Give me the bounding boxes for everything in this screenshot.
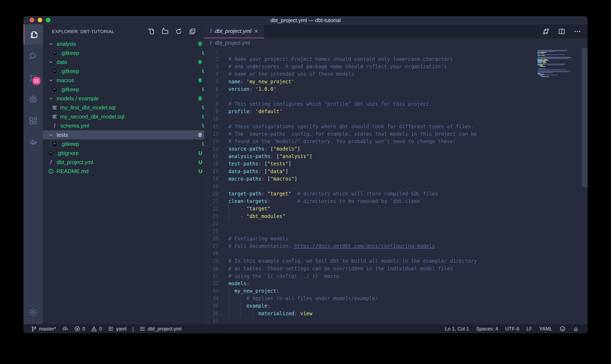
tree-file-readme-md[interactable]: README.mdU <box>43 167 208 176</box>
tab-label: dbt_project.yml <box>215 28 251 34</box>
tree-folder-macros[interactable]: macros <box>43 76 208 85</box>
code-line-10[interactable]: 10 <box>204 115 588 123</box>
code-line-15[interactable]: 15analysis-paths: ["analysis"] <box>204 153 588 160</box>
activity-item-docker[interactable] <box>23 132 43 152</box>
code-line-32[interactable]: 32models: <box>204 280 588 287</box>
collapse-all-icon[interactable] <box>189 28 196 35</box>
status-eol[interactable]: LF <box>526 326 532 332</box>
code-line-21[interactable]: 21clean-targets: # directories to be rem… <box>204 197 588 205</box>
status-publish-changes[interactable] <box>62 326 68 332</box>
code-line-18[interactable]: 18macro-paths: ["macros"] <box>204 175 588 183</box>
status-yaml-schema-file[interactable]: dbt_project.yml <box>139 326 181 332</box>
activity-item-explorer[interactable] <box>23 24 44 44</box>
breadcrumb[interactable]: ! dbt_project.yml <box>204 38 588 48</box>
code-line-14[interactable]: 14source-paths: ["models"] <box>204 145 588 153</box>
tree-folder-data[interactable]: data <box>43 57 208 67</box>
code-line-23[interactable]: 23 - "dbt_modules" <box>204 213 588 220</box>
tree-file--gitkeep[interactable]: .gitkeepU <box>43 139 212 148</box>
code-line-7[interactable]: 7 <box>204 93 588 101</box>
code-text: # These configurations specify where dbt… <box>228 123 474 130</box>
code-line-31[interactable]: 31# using the `{{ config(...) }}` macro. <box>204 272 588 280</box>
code-line-16[interactable]: 16test-paths: ["tests"] <box>204 160 588 168</box>
warning-icon <box>91 326 97 332</box>
breadcrumb-file[interactable]: dbt_project.yml <box>215 40 250 46</box>
tree-file-schema-yml[interactable]: !schema.ymlU <box>43 121 212 130</box>
code-line-1[interactable]: 1 <box>204 48 588 56</box>
new-folder-icon[interactable] <box>161 28 169 35</box>
status-warning-count[interactable]: 0 <box>91 326 102 332</box>
tree-file-dbt-project-yml[interactable]: !dbt_project.ymlU <box>43 158 208 167</box>
minimap-line <box>543 64 545 64</box>
code-line-26[interactable]: 26# Configuring models <box>204 235 588 243</box>
code-line-12[interactable]: 12# The `source-paths` config, for examp… <box>204 130 588 138</box>
code-line-35[interactable]: 35 example: <box>204 302 588 310</box>
tree-file--gitkeep[interactable]: .gitkeepU <box>43 85 212 94</box>
tree-file-my-first-dbt-model-sql[interactable]: my_first_dbt_model.sqlU <box>43 103 212 112</box>
status-label: YAML <box>539 326 552 332</box>
split-editor-icon[interactable] <box>558 27 566 35</box>
tree-file-my-second-dbt-model-sql[interactable]: my_second_dbt_model.sqlU <box>43 112 212 121</box>
code-line-20[interactable]: 20target-path: "target" # directory whic… <box>204 190 588 198</box>
close-tab-icon[interactable]: × <box>254 28 258 34</box>
code-line-8[interactable]: 8# This setting configures which "profil… <box>204 100 588 108</box>
code-line-4[interactable]: 4# name or the intended use of these mod… <box>204 70 588 78</box>
tree-folder-tests[interactable]: tests <box>43 130 208 139</box>
more-actions-icon[interactable] <box>573 27 581 35</box>
title-bar[interactable]: dbt_project.yml — dbt-tutorial <box>23 16 588 24</box>
activity-item-debug[interactable] <box>23 89 43 109</box>
code-line-9[interactable]: 9profile: 'default' <box>204 108 588 115</box>
code-line-33[interactable]: 33 my_new_project: <box>204 287 588 295</box>
status-language-mode[interactable]: YAML <box>539 326 552 332</box>
tree-folder-models-example[interactable]: models / example <box>43 94 208 103</box>
code-line-6[interactable]: 6version: '1.0.0' <box>204 85 588 93</box>
tab-dbt-project-yml[interactable]: ! dbt_project.yml × <box>204 24 264 38</box>
status-label: 0 <box>83 326 85 332</box>
activity-item-extensions[interactable] <box>23 111 43 131</box>
tree-file--gitignore[interactable]: .gitignoreU <box>43 148 208 158</box>
activity-item-settings[interactable] <box>23 302 43 322</box>
code-line-19[interactable]: 19 <box>204 183 588 190</box>
line-number: 5 <box>204 78 219 86</box>
code-line-29[interactable]: 29# In this example config, we tell dbt … <box>204 257 588 265</box>
code-line-24[interactable]: 24 <box>204 220 588 228</box>
git-status-dot <box>198 78 202 82</box>
code-line-11[interactable]: 11# These configurations specify where d… <box>204 123 588 130</box>
code-line-34[interactable]: 34 # Applies to all files under models/e… <box>204 295 588 302</box>
open-changes-icon[interactable] <box>542 27 550 35</box>
activity-item-source-control[interactable]: 11 <box>23 68 43 88</box>
tree-file--gitkeep[interactable]: .gitkeepU <box>43 48 212 57</box>
code-line-17[interactable]: 17data-paths: ["data"] <box>204 168 588 175</box>
docker-icon <box>28 138 38 147</box>
status-feedback[interactable] <box>559 326 566 332</box>
code-line-37[interactable]: 37 <box>204 317 588 324</box>
tree-folder-analysis[interactable]: analysis <box>43 39 208 48</box>
status-yaml-schema[interactable]: yaml <box>108 326 126 332</box>
code-line-36[interactable]: 36 materialized: view <box>204 310 588 317</box>
code-line-28[interactable]: 28 <box>204 250 588 258</box>
status-indentation[interactable]: Spaces: 4 <box>476 326 498 332</box>
code-line-25[interactable]: 25 <box>204 228 588 235</box>
editor-scrollbar[interactable] <box>582 48 588 187</box>
code-line-30[interactable]: 30# as tables. These settings can be ove… <box>204 265 588 273</box>
sql-file-icon <box>51 114 58 120</box>
code-line-27[interactable]: 27# Full documentation: https://docs.get… <box>204 242 588 250</box>
minimap-line <box>538 55 540 56</box>
minimap-line <box>544 55 545 56</box>
refresh-icon[interactable] <box>175 28 182 35</box>
new-file-icon[interactable] <box>148 28 155 35</box>
activity-item-search[interactable] <box>23 46 43 66</box>
minimap[interactable] <box>538 49 579 132</box>
code-line-3[interactable]: 3# and underscores. A good package name … <box>204 63 588 71</box>
status-notifications[interactable] <box>573 326 579 332</box>
tree-file--gitkeep[interactable]: .gitkeepU <box>43 67 212 76</box>
status-git-branch-status[interactable]: master* <box>31 326 56 332</box>
status-encoding[interactable]: UTF-8 <box>505 326 519 332</box>
code-line-22[interactable]: 22 - "target" <box>204 205 588 213</box>
code-line-13[interactable]: 13# found in the "models/" directory. Yo… <box>204 138 588 145</box>
status-error-count[interactable]: 0 <box>74 326 85 332</box>
minimap-line <box>542 64 542 64</box>
code-line-5[interactable]: 5name: 'my_new_project' <box>204 78 588 86</box>
status-cursor-position[interactable]: Ln 1, Col 1 <box>445 326 469 332</box>
code-editor[interactable]: 12# Name your project! Project names sho… <box>204 48 588 324</box>
code-line-2[interactable]: 2# Name your project! Project names shou… <box>204 55 588 63</box>
